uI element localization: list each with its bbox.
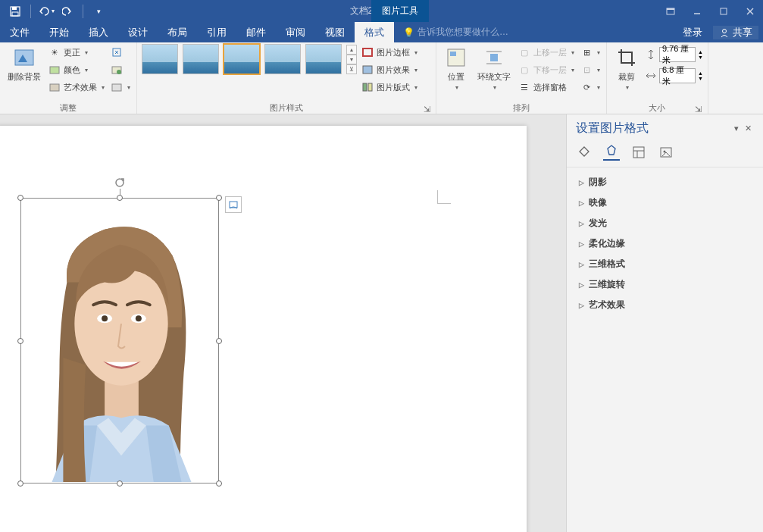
align-button[interactable]: ⊞▾ — [579, 44, 602, 61]
pane-item-reflection[interactable]: ▷映像 — [573, 192, 757, 213]
share-button[interactable]: 共享 — [713, 26, 758, 39]
tab-review[interactable]: 审阅 — [276, 22, 315, 42]
login-button[interactable]: 登录 — [677, 26, 708, 39]
expand-icon: ▷ — [579, 220, 584, 227]
main-area: 设置图片格式 ▾ ✕ ▷阴影 ▷映像 ▷发光 ▷柔化边缘 ▷三维格式 ▷三维旋转… — [0, 114, 763, 532]
pane-tab-fill[interactable] — [576, 144, 593, 161]
change-picture-icon — [111, 64, 123, 76]
height-up[interactable]: ▲ — [698, 49, 703, 55]
picture-effects-button[interactable]: 图片效果▾ — [360, 61, 419, 78]
tab-view[interactable]: 视图 — [315, 22, 355, 42]
pane-close-button[interactable]: ✕ — [743, 124, 754, 133]
width-up[interactable]: ▲ — [698, 70, 703, 76]
tab-insert[interactable]: 插入 — [79, 22, 118, 42]
change-picture-button[interactable] — [109, 61, 132, 78]
position-icon — [444, 45, 468, 70]
ribbon-group-size: 裁剪▾ 9.76 厘米 ▲▼ 6.8 厘米 ▲▼ 大小⇲ — [607, 42, 708, 114]
redo-button[interactable] — [58, 2, 77, 20]
resize-handle-mr[interactable] — [216, 338, 222, 344]
height-input[interactable]: 9.76 厘米 — [659, 47, 696, 62]
pane-tab-picture[interactable] — [658, 144, 674, 161]
document-canvas[interactable] — [0, 114, 566, 532]
corrections-button[interactable]: ☀更正▾ — [47, 44, 106, 61]
forward-icon: ▢ — [518, 46, 530, 58]
pane-header: 设置图片格式 ▾ ✕ — [567, 114, 763, 139]
pane-tab-effects[interactable] — [603, 144, 620, 161]
pane-options[interactable]: ▾ — [732, 124, 741, 133]
gallery-scroll-down[interactable]: ▾ — [346, 55, 357, 64]
picture-style-4[interactable] — [264, 44, 301, 74]
rotate-handle[interactable] — [114, 177, 126, 189]
picture-style-2[interactable] — [183, 44, 219, 74]
picture-style-5[interactable] — [305, 44, 342, 74]
bring-forward-button[interactable]: ▢上移一层▾ — [517, 44, 576, 61]
gallery-scroll-up[interactable]: ▴ — [346, 45, 357, 55]
ribbon-display-options[interactable] — [657, 0, 683, 22]
close-button[interactable] — [736, 0, 763, 22]
group-button[interactable]: ⊡▾ — [579, 61, 602, 78]
svg-rect-23 — [490, 54, 498, 61]
resize-handle-bl[interactable] — [17, 480, 23, 487]
save-button[interactable] — [6, 2, 24, 20]
group-label-styles: 图片样式⇲ — [142, 102, 431, 114]
resize-handle-tl[interactable] — [17, 195, 23, 201]
position-button[interactable]: 位置▾ — [441, 44, 471, 92]
selection-pane-button[interactable]: ☰选择窗格 — [517, 79, 576, 95]
tab-home[interactable]: 开始 — [39, 22, 79, 42]
width-icon — [645, 70, 657, 82]
width-down[interactable]: ▼ — [698, 76, 703, 81]
crop-button[interactable]: 裁剪▾ — [611, 44, 642, 92]
quick-access-toolbar: ▾ ▾ — [0, 2, 108, 20]
minimize-button[interactable] — [683, 0, 710, 22]
resize-handle-ml[interactable] — [17, 338, 23, 344]
pane-tab-layout[interactable] — [630, 144, 647, 161]
pane-item-artistic-effects[interactable]: ▷艺术效果 — [573, 295, 757, 315]
compress-pictures-button[interactable] — [109, 44, 132, 61]
tab-design[interactable]: 设计 — [118, 22, 158, 42]
artistic-effects-button[interactable]: 艺术效果▾ — [47, 79, 106, 95]
wrap-text-button[interactable]: 环绕文字▾ — [474, 44, 514, 92]
picture-layout-button[interactable]: 图片版式▾ — [360, 79, 419, 95]
height-down[interactable]: ▼ — [698, 55, 703, 60]
pane-item-glow[interactable]: ▷发光 — [573, 213, 757, 233]
maximize-button[interactable] — [710, 0, 736, 22]
contextual-tab-picture-tools: 图片工具 — [371, 0, 429, 22]
expand-icon: ▷ — [579, 199, 584, 207]
picture-style-3[interactable] — [224, 44, 260, 74]
svg-point-41 — [664, 151, 666, 153]
color-button[interactable]: 颜色▾ — [47, 61, 106, 78]
styles-launcher[interactable]: ⇲ — [422, 103, 431, 112]
selected-image[interactable] — [20, 198, 219, 483]
crop-icon — [614, 45, 639, 70]
size-launcher[interactable]: ⇲ — [694, 103, 703, 112]
picture-style-1[interactable] — [142, 44, 178, 74]
tab-references[interactable]: 引用 — [197, 22, 236, 42]
rotate-button[interactable]: ⟳▾ — [579, 79, 602, 95]
picture-border-button[interactable]: 图片边框▾ — [360, 44, 419, 61]
height-icon — [645, 49, 657, 61]
reset-picture-button[interactable]: ▾ — [109, 79, 132, 95]
pane-item-soft-edges[interactable]: ▷柔化边缘 — [573, 233, 757, 254]
resize-handle-tr[interactable] — [216, 195, 222, 201]
send-backward-button[interactable]: ▢下移一层▾ — [517, 61, 576, 78]
selection-icon: ☰ — [518, 81, 530, 93]
ribbon-group-adjust: 删除背景 ☀更正▾ 颜色▾ 艺术效果▾ ▾ 调整 — [0, 42, 137, 114]
tab-file[interactable]: 文件 — [0, 22, 39, 42]
pane-item-shadow[interactable]: ▷阴影 — [573, 172, 757, 192]
titlebar: ▾ ▾ 文档2 - Word 图片工具 — [0, 0, 763, 22]
width-input[interactable]: 6.8 厘米 — [659, 68, 696, 83]
tell-me-search[interactable]: 💡 告诉我您想要做什么… — [394, 22, 508, 42]
pane-item-3d-rotation[interactable]: ▷三维旋转 — [573, 274, 757, 295]
qat-customize[interactable]: ▾ — [89, 2, 108, 20]
resize-handle-br[interactable] — [216, 480, 222, 487]
pane-item-3d-format[interactable]: ▷三维格式 — [573, 254, 757, 274]
layout-options-button[interactable] — [225, 196, 242, 213]
tab-layout[interactable]: 布局 — [158, 22, 197, 42]
resize-handle-bm[interactable] — [117, 480, 123, 487]
tab-format[interactable]: 格式 — [355, 22, 394, 42]
tab-mailings[interactable]: 邮件 — [236, 22, 276, 42]
undo-button[interactable]: ▾ — [37, 2, 55, 20]
resize-handle-tm[interactable] — [117, 195, 123, 201]
remove-background-button[interactable]: 删除背景 — [5, 44, 44, 84]
gallery-more[interactable]: ⊻ — [346, 64, 357, 74]
